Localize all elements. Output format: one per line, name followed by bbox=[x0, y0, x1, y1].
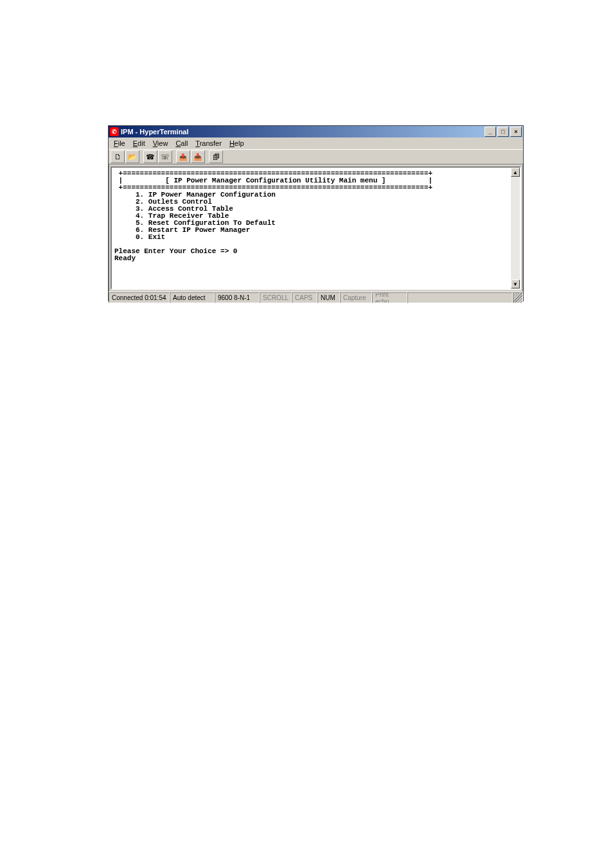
new-button[interactable]: 🗋 bbox=[111, 150, 125, 163]
open-icon: 📂 bbox=[128, 153, 137, 161]
vertical-scrollbar[interactable]: ▲ ▼ bbox=[511, 168, 520, 288]
terminal-output[interactable]: +=======================================… bbox=[113, 169, 511, 287]
menu-call[interactable]: Call bbox=[172, 139, 191, 148]
disconnect-button[interactable]: ☏ bbox=[158, 150, 172, 163]
maximize-button[interactable]: □ bbox=[497, 127, 509, 137]
phone-icon: ☎ bbox=[146, 153, 155, 161]
connect-button[interactable]: ☎ bbox=[143, 150, 157, 163]
status-connection: Connected 0:01:54 bbox=[109, 292, 170, 303]
properties-button[interactable]: 🗐 bbox=[209, 150, 223, 163]
status-autodetect: Auto detect bbox=[170, 292, 215, 303]
scroll-down-button[interactable]: ▼ bbox=[511, 279, 520, 288]
close-button[interactable]: × bbox=[510, 127, 522, 137]
toolbar: 🗋 📂 ☎ ☏ 📤 📥 🗐 bbox=[109, 149, 523, 164]
status-capture: Capture bbox=[340, 292, 372, 303]
receive-button[interactable]: 📥 bbox=[191, 150, 205, 163]
client-area: +=======================================… bbox=[111, 166, 521, 290]
properties-icon: 🗐 bbox=[213, 153, 220, 161]
status-num: NUM bbox=[317, 292, 340, 303]
status-baud: 9600 8-N-1 bbox=[215, 292, 260, 303]
send-icon: 📤 bbox=[179, 153, 188, 161]
menu-file[interactable]: File bbox=[110, 139, 129, 148]
open-button[interactable]: 📂 bbox=[125, 150, 139, 163]
menu-transfer[interactable]: Transfer bbox=[191, 139, 226, 148]
status-echo: Print echo bbox=[372, 292, 407, 303]
app-icon: ✆ bbox=[110, 127, 119, 136]
scroll-track[interactable] bbox=[511, 177, 520, 279]
status-caps: CAPS bbox=[292, 292, 317, 303]
menu-edit[interactable]: Edit bbox=[129, 139, 149, 148]
titlebar: ✆ IPM - HyperTerminal _ □ × bbox=[109, 126, 523, 137]
status-scroll: SCROLL bbox=[260, 292, 292, 303]
statusbar: Connected 0:01:54 Auto detect 9600 8-N-1… bbox=[109, 292, 523, 303]
menu-view[interactable]: View bbox=[149, 139, 172, 148]
hyperterminal-window: ✆ IPM - HyperTerminal _ □ × File Edit Vi… bbox=[108, 125, 524, 301]
status-spacer bbox=[407, 292, 513, 303]
menubar: File Edit View Call Transfer Help bbox=[109, 137, 523, 149]
send-button[interactable]: 📤 bbox=[176, 150, 190, 163]
minimize-button[interactable]: _ bbox=[484, 127, 496, 137]
window-title: IPM - HyperTerminal bbox=[121, 128, 483, 136]
resize-grip[interactable] bbox=[513, 292, 523, 303]
new-icon: 🗋 bbox=[114, 153, 121, 161]
hangup-icon: ☏ bbox=[161, 153, 170, 161]
receive-icon: 📥 bbox=[193, 153, 202, 161]
menu-help[interactable]: Help bbox=[226, 139, 248, 148]
scroll-up-button[interactable]: ▲ bbox=[511, 168, 520, 177]
